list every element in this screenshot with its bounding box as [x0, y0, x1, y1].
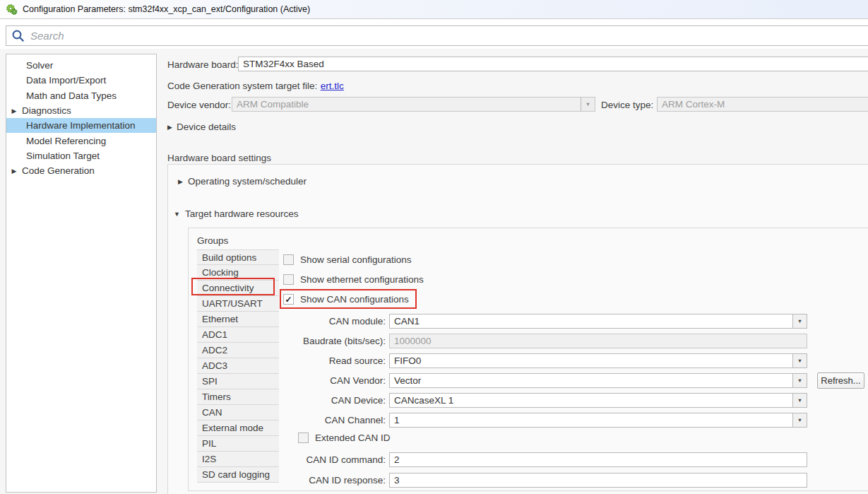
sidebar-item-simulation-target[interactable]: Simulation Target	[6, 148, 156, 163]
sidebar-item-model-referencing[interactable]: Model Referencing	[6, 133, 156, 148]
chevron-down-icon: ▼	[792, 314, 807, 328]
chevron-down-icon: ▼	[792, 374, 807, 387]
sidebar-item-solver[interactable]: Solver	[6, 58, 156, 73]
show-ethernet-checkbox[interactable]	[283, 274, 294, 285]
device-details-expander[interactable]: ▶ Device details	[167, 122, 236, 132]
can-module-combo[interactable]: CAN1 ▼	[389, 314, 807, 329]
target-file-row: Code Generation system target file: ert.…	[167, 79, 344, 92]
expand-icon: ▶	[167, 124, 172, 131]
device-vendor-label: Device vendor:	[167, 100, 231, 110]
collapse-icon: ▼	[174, 211, 180, 218]
target-file-link[interactable]: ert.tlc	[321, 81, 344, 91]
hardware-board-settings-title: Hardware board settings	[167, 153, 271, 163]
refresh-button[interactable]: Refresh...	[817, 372, 864, 389]
can-device-row: CAN Device: CANcaseXL 1 ▼	[189, 393, 807, 408]
group-item-pil[interactable]: PIL	[197, 436, 279, 452]
expand-icon[interactable]: ▶	[11, 107, 18, 114]
show-serial-checkbox[interactable]	[283, 254, 294, 265]
hardware-board-label: Hardware board:	[167, 59, 239, 70]
show-ethernet-configurations-row: Show ethernet configurations	[283, 274, 424, 285]
show-serial-configurations-row: Show serial configurations	[283, 254, 412, 265]
can-id-response-row: CAN ID response: 3	[189, 473, 807, 488]
target-file-label: Code Generation system target file:	[167, 81, 317, 91]
read-source-row: Read source: FIFO0 ▼	[189, 353, 807, 368]
read-source-combo[interactable]: FIFO0 ▼	[389, 353, 807, 368]
can-vendor-combo[interactable]: Vector ▼	[389, 373, 807, 388]
window-title: Configuration Parameters: stm32f4xx_xcp_…	[23, 4, 310, 14]
can-vendor-row: CAN Vendor: Vector ▼	[189, 373, 807, 388]
search-input[interactable]	[30, 27, 868, 45]
hardware-board-settings-panel: ▶ Operating system/scheduler ▼ Target ha…	[167, 164, 868, 494]
device-type-field[interactable]: ARM Cortex-M	[657, 97, 868, 112]
group-item-clocking[interactable]: Clocking	[197, 265, 279, 281]
device-vendor-combo[interactable]: ARM Compatible ▼	[232, 97, 595, 112]
extended-can-id-checkbox[interactable]	[298, 433, 309, 443]
can-id-command-row: CAN ID command: 2	[189, 452, 807, 467]
chevron-down-icon: ▼	[792, 354, 807, 367]
chevron-down-icon: ▼	[792, 394, 807, 407]
device-type-label: Device type:	[601, 100, 653, 110]
group-item-build-options[interactable]: Build options	[197, 249, 279, 265]
groups-title: Groups	[197, 235, 228, 246]
can-device-combo[interactable]: CANcaseXL 1 ▼	[389, 393, 807, 408]
group-item-uart-usart[interactable]: UART/USART	[197, 296, 279, 312]
chevron-down-icon: ▼	[581, 98, 595, 111]
os-scheduler-expander[interactable]: ▶ Operating system/scheduler	[178, 176, 307, 187]
can-channel-row: CAN Channel: 1 ▼	[189, 413, 807, 428]
sidebar-item-math-and-data-types[interactable]: Math and Data Types	[6, 88, 156, 103]
sidebar-item-hardware-implementation[interactable]: Hardware Implementation	[6, 118, 156, 133]
simulink-config-gear-icon	[6, 4, 18, 16]
chevron-down-icon: ▼	[792, 413, 807, 427]
can-id-response-field[interactable]: 3	[389, 473, 807, 488]
show-can-configurations-row: ✓ Show CAN configurations	[283, 294, 409, 305]
sidebar-item-code-generation[interactable]: ▶Code Generation	[6, 163, 156, 178]
search-box[interactable]	[6, 25, 868, 46]
search-icon	[11, 29, 25, 42]
target-hardware-resources-panel: Groups Build options Clocking Connectivi…	[188, 228, 868, 491]
expand-icon: ▶	[178, 178, 183, 185]
baudrate-row: Baudrate (bits/sec): 1000000	[189, 334, 807, 348]
can-channel-combo[interactable]: 1 ▼	[389, 413, 807, 428]
baudrate-field: 1000000	[389, 334, 807, 348]
show-can-checkbox[interactable]: ✓	[283, 294, 294, 305]
can-module-row: CAN module: CAN1 ▼	[189, 314, 807, 329]
sidebar-item-diagnostics[interactable]: ▶Diagnostics	[6, 103, 156, 118]
target-hardware-resources-expander[interactable]: ▼ Target hardware resources	[174, 208, 299, 219]
group-item-connectivity[interactable]: Connectivity	[197, 281, 279, 296]
extended-can-id-row: Extended CAN ID	[298, 433, 391, 443]
title-bar: Configuration Parameters: stm32f4xx_xcp_…	[0, 0, 868, 19]
sidebar-tree: Solver Data Import/Export Math and Data …	[6, 54, 157, 493]
sidebar-item-data-import-export[interactable]: Data Import/Export	[6, 73, 156, 88]
configuration-parameters-window: Configuration Parameters: stm32f4xx_xcp_…	[0, 0, 868, 494]
hardware-board-combo[interactable]: STM32F4xx Based	[238, 57, 868, 71]
can-id-command-field[interactable]: 2	[389, 452, 807, 467]
expand-icon[interactable]: ▶	[11, 167, 18, 175]
